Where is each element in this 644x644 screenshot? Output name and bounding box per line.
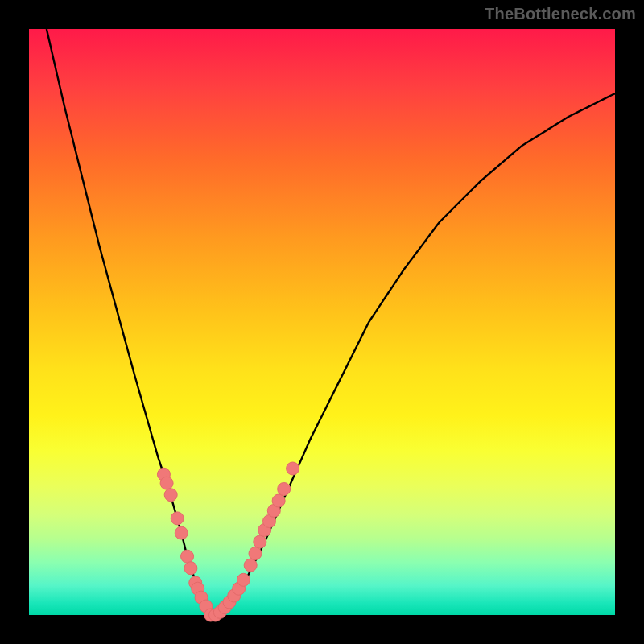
scatter-marker xyxy=(278,482,291,495)
scatter-marker xyxy=(181,550,194,563)
outer-black-frame: TheBottleneck.com xyxy=(0,0,644,644)
scatter-marker xyxy=(175,526,188,539)
curve-right-branch xyxy=(211,93,615,615)
scatter-marker xyxy=(164,489,177,502)
scatter-marker xyxy=(184,562,197,575)
chart-overlay-svg xyxy=(29,29,615,615)
scatter-marker xyxy=(244,559,257,572)
watermark-text: TheBottleneck.com xyxy=(485,5,636,23)
scatter-marker xyxy=(272,494,285,507)
scatter-marker xyxy=(249,547,262,560)
scatter-markers xyxy=(157,462,299,621)
scatter-marker xyxy=(254,535,266,548)
curve-left-branch xyxy=(47,29,211,615)
scatter-marker xyxy=(160,477,173,489)
scatter-marker xyxy=(171,512,184,525)
scatter-marker xyxy=(237,573,250,586)
scatter-marker xyxy=(287,462,299,475)
